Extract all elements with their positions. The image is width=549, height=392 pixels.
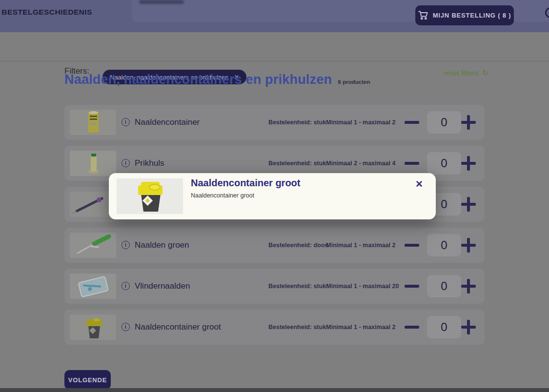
increase-button[interactable] xyxy=(460,105,477,140)
info-icon[interactable]: i xyxy=(122,241,130,249)
min-max: Minimaal 1 - maximaal 2 xyxy=(326,310,395,345)
min-max: Minimaal 1 - maximaal 20 xyxy=(326,269,399,304)
quantity-input[interactable]: 0 xyxy=(427,234,461,256)
product-image xyxy=(70,314,116,340)
reset-filters-label: reset filters xyxy=(444,69,478,77)
decrease-button[interactable] xyxy=(403,105,421,140)
reset-filters-button[interactable]: reset filters ↻ xyxy=(444,68,488,78)
product-name: Vlindernaalden xyxy=(135,269,190,304)
modal-product-image xyxy=(117,178,183,214)
decrease-button[interactable] xyxy=(403,310,421,345)
order-unit: Besteleenheid: doos xyxy=(268,228,328,263)
filters-bar: Filters: Naalden, naaldencontainers en p… xyxy=(0,32,549,61)
min-max: Minimaal 1 - maximaal 2 xyxy=(326,105,395,140)
quantity-input[interactable]: 0 xyxy=(427,111,461,134)
reset-icon: ↻ xyxy=(482,68,488,78)
page: MIJN BESTELGESCHIEDENIS MIJN BESTELLING … xyxy=(0,0,549,392)
decrease-button[interactable] xyxy=(403,269,421,304)
product-row-naaldencontainer: i Naaldencontainer Besteleenheid: stuk M… xyxy=(64,105,485,140)
close-icon[interactable]: ✕ xyxy=(415,178,423,190)
product-name: Naaldencontainer groot xyxy=(135,310,221,345)
product-row-vlindernaalden: i Vlindernaalden Besteleenheid: stuk Min… xyxy=(64,269,485,304)
product-count: 6 producten xyxy=(338,79,370,85)
product-image xyxy=(70,233,116,258)
next-button[interactable]: VOLGENDE xyxy=(64,370,111,390)
next-button-label: VOLGENDE xyxy=(68,376,107,384)
product-image xyxy=(70,110,116,135)
product-name: Naaldencontainer xyxy=(135,105,200,140)
order-unit: Besteleenheid: stuk xyxy=(268,310,326,345)
increase-button[interactable] xyxy=(460,269,477,304)
increase-button[interactable] xyxy=(460,310,477,345)
info-icon[interactable]: i xyxy=(122,282,130,290)
increase-button[interactable] xyxy=(460,146,477,181)
product-row-naaldencontainer-groot: i Naaldencontainer groot Besteleenheid: … xyxy=(64,310,485,345)
info-icon[interactable]: i xyxy=(122,159,130,167)
product-image xyxy=(70,151,116,176)
product-info-modal: Naaldencontainer groot Naaldencontainer … xyxy=(109,173,436,219)
increase-button[interactable] xyxy=(460,187,477,222)
product-image xyxy=(70,274,116,299)
my-order-button[interactable]: MIJN BESTELLING ( 8 ) xyxy=(415,5,514,25)
nav-bestelgeschiedenis[interactable]: MIJN BESTELGESCHIEDENIS xyxy=(0,8,92,17)
order-unit: Besteleenheid: stuk xyxy=(268,269,326,304)
increase-button[interactable] xyxy=(460,228,477,263)
my-order-label: MIJN BESTELLING ( 8 ) xyxy=(433,12,511,19)
quantity-input[interactable]: 0 xyxy=(427,152,461,175)
cart-icon xyxy=(418,11,428,20)
section-header: Naalden, naaldencontainers en prikhulzen… xyxy=(64,72,370,87)
modal-title: Naaldencontainer groot xyxy=(191,177,300,189)
product-row-naalden-groen: i Naalden groen Besteleenheid: doos Mini… xyxy=(64,228,485,263)
info-icon[interactable]: i xyxy=(122,118,130,126)
min-max: Minimaal 1 - maximaal 2 xyxy=(326,228,395,263)
quantity-input[interactable]: 0 xyxy=(427,275,461,297)
quantity-input[interactable]: 0 xyxy=(427,316,461,338)
modal-description: Naaldencontainer groot xyxy=(191,192,254,199)
footer-strip xyxy=(0,388,549,392)
order-unit: Besteleenheid: stuk xyxy=(268,105,326,140)
product-name: Naalden groen xyxy=(135,228,189,263)
decrease-button[interactable] xyxy=(403,228,421,263)
header: MIJN BESTELGESCHIEDENIS MIJN BESTELLING … xyxy=(0,0,549,32)
header-smudge xyxy=(139,0,184,4)
info-icon[interactable]: i xyxy=(122,323,130,331)
page-title: Naalden, naaldencontainers en prikhulzen xyxy=(64,72,332,87)
